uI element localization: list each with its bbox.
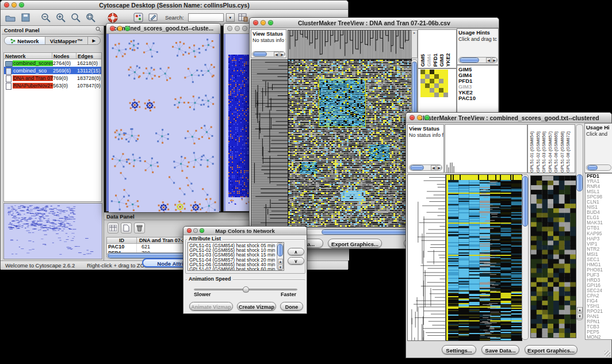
tab-vizmapper[interactable]: VizMapper™ <box>45 37 88 44</box>
map-dialog-titlebar[interactable]: Map Colors to Network <box>183 227 307 235</box>
search-input[interactable] <box>188 13 224 22</box>
done-button[interactable]: Done <box>280 302 303 311</box>
tv2-column-label[interactable]: GPL51-04 (GSM857) <box>548 125 554 173</box>
help-icon[interactable] <box>106 12 119 24</box>
tv2-labels-vscrollbar[interactable]: ▲ ▼ <box>576 124 583 320</box>
move-up-button[interactable]: ∧ <box>288 248 304 255</box>
tv1-column-scroll-strip[interactable]: ▸ <box>411 30 418 58</box>
zoom-window-button[interactable] <box>200 228 204 233</box>
col-header-edges[interactable]: Edges <box>76 53 101 59</box>
attribute-browser-icon[interactable] <box>237 12 250 24</box>
col-header-nodes[interactable]: Nodes <box>52 53 76 59</box>
minimize-button[interactable] <box>193 228 198 233</box>
tv2-usage-hscrollbar[interactable] <box>586 164 611 171</box>
treeview2-titlebar[interactable]: ClusterMaker TreeView : combined_scores_… <box>406 113 611 123</box>
search-dropdown-button[interactable]: ▼ <box>226 13 235 22</box>
tv2-export-graphics-button[interactable]: Export Graphics... <box>525 345 577 354</box>
tv1-summary-matrix[interactable] <box>420 70 448 97</box>
open-icon[interactable] <box>4 12 17 24</box>
tab-more-button[interactable]: ▶ <box>88 37 100 44</box>
zoom-selected-icon[interactable] <box>70 12 82 24</box>
tv2-column-label[interactable]: GPL51-06 (GSM865) <box>553 125 560 173</box>
float-panel-icon[interactable] <box>95 26 101 33</box>
main-titlebar[interactable]: Cytoscape Desktop (Session Name: collins… <box>1 1 348 10</box>
tv2-row-dendrogram[interactable] <box>407 174 446 341</box>
tv1-column-label[interactable]: YKE2 <box>445 31 452 67</box>
zoom-window-button[interactable] <box>125 26 130 31</box>
tv2-column-label[interactable]: GPL51-02 (GSM855) <box>536 125 542 173</box>
search-label: Search: <box>165 14 184 21</box>
tv2-thumbnail-heatmap[interactable] <box>530 175 576 338</box>
zoom-fit-icon[interactable] <box>85 12 97 24</box>
tv2-column-label[interactable]: GPL51-03 (GSM856) <box>541 125 548 173</box>
minimize-button[interactable] <box>261 20 266 25</box>
network-row[interactable]: combined_scores2764(0)16218(0) <box>4 59 101 67</box>
tv1-usage-text: Click and drag tc <box>457 36 498 42</box>
attribute-list-item[interactable]: GPL51-07 (GSM868) heat shock 60 min <box>189 267 282 271</box>
close-button[interactable] <box>110 26 115 31</box>
animate-vizmap-button[interactable]: Animate Vizmap <box>189 302 233 311</box>
network-row[interactable]: RNAPuberNov2+563(0)107847(0) <box>4 82 101 89</box>
close-button[interactable] <box>187 228 192 233</box>
tv1-status-hscrollbar[interactable]: ◀ ▶ <box>252 51 285 57</box>
tv2-settings-button[interactable]: Settings... <box>442 345 476 354</box>
minimize-button[interactable] <box>12 2 17 7</box>
network-overview-canvas[interactable] <box>3 203 102 259</box>
move-down-button[interactable]: ∨ <box>288 257 304 265</box>
tv1-heatmap[interactable] <box>288 59 412 228</box>
tv1-column-label[interactable]: GIM4 <box>426 31 433 67</box>
zoom-out-icon[interactable] <box>40 12 52 24</box>
attribute-select-icon[interactable] <box>108 223 118 233</box>
tv1-column-label[interactable]: GIM5 <box>420 31 426 67</box>
tv2-gene-label[interactable]: MON2 <box>586 335 612 340</box>
annotation-icon[interactable] <box>147 12 159 24</box>
tv2-save-data-button[interactable]: Save Data... <box>481 345 519 354</box>
tv2-column-label[interactable]: GPL51-01 (GSM854) <box>529 125 536 173</box>
tv1-row-label[interactable]: PAC10 <box>457 95 498 101</box>
vizmapper-icon[interactable] <box>132 12 144 24</box>
col-header-network[interactable]: Network <box>4 53 52 59</box>
new-attribute-icon[interactable] <box>121 223 132 233</box>
close-button[interactable] <box>253 20 258 25</box>
tv1-row-dendrogram[interactable] <box>251 59 289 228</box>
attribute-list-vscrollbar[interactable]: ▲ ▼ <box>277 243 284 270</box>
tv1-column-label[interactable]: GIM3 <box>439 31 445 67</box>
network-row[interactable]: DNA and Tran 07769(0)183728(0) <box>4 74 101 82</box>
attr-col-id[interactable]: ID <box>107 237 137 243</box>
tv2-column-dendrogram[interactable] <box>445 125 527 173</box>
slider-thumb[interactable] <box>243 286 249 293</box>
tv1-column-label[interactable]: PFD1 <box>433 31 439 67</box>
zoom-in-icon[interactable] <box>55 12 67 24</box>
minimize-button[interactable] <box>417 115 422 120</box>
zoom-window-button[interactable] <box>19 2 24 7</box>
tv2-heatmap-vscrollbar[interactable] <box>522 174 529 340</box>
tv2-column-label[interactable]: GPL51-07 (GSM868) <box>560 125 566 173</box>
tv2-status-hscrollbar[interactable]: ◀ ▶ <box>409 164 442 171</box>
zoom-window-button[interactable] <box>424 115 430 120</box>
tv1-usage-hscrollbar[interactable]: ◀ ▶ <box>458 57 498 63</box>
tab-network[interactable]: Network <box>5 37 45 44</box>
close-button[interactable] <box>4 2 9 7</box>
minimize-button[interactable] <box>117 26 123 31</box>
save-icon[interactable] <box>19 12 32 24</box>
delete-attribute-icon[interactable] <box>134 223 145 233</box>
tv2-column-label[interactable]: GPL51-08 (GSM872) <box>565 125 572 173</box>
tv1-export-graphics-button[interactable]: Export Graphics... <box>328 239 382 248</box>
minimize-button[interactable] <box>235 26 240 31</box>
create-vizmap-button[interactable]: Create Vizmap <box>237 302 276 311</box>
tv1-column-dendrogram[interactable] <box>288 30 412 59</box>
zoom-window-button[interactable] <box>242 26 247 31</box>
network-view-titlebar[interactable]: combined_scores_good.txt--cluste... <box>106 24 220 34</box>
treeview1-titlebar[interactable]: ClusterMaker TreeView : DNA and Tran 07-… <box>250 18 499 28</box>
tv2-heatmap[interactable] <box>446 174 522 341</box>
network-row[interactable]: combined_sco2569(6)13112(15) <box>4 67 101 74</box>
close-button[interactable] <box>227 26 232 31</box>
resize-grip[interactable] <box>605 351 610 357</box>
close-button[interactable] <box>410 115 415 120</box>
attr-id: PAC10 <box>107 244 137 250</box>
zoom-window-button[interactable] <box>268 20 273 25</box>
network-view-canvas[interactable] <box>109 34 219 212</box>
network-name: combined_sco <box>13 68 53 74</box>
tv2-column-tree-area <box>445 124 527 173</box>
treeview2-title: ClusterMaker TreeView : combined_scores_… <box>406 114 611 121</box>
